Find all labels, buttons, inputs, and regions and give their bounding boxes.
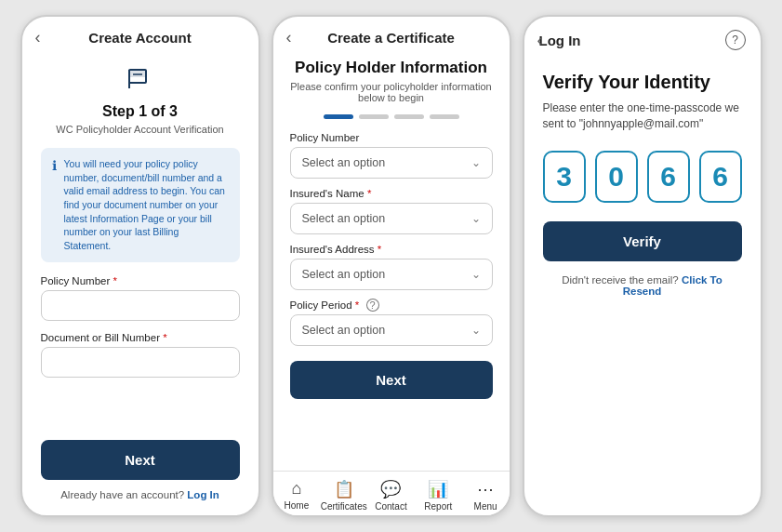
- chevron-down-icon-1: ⌄: [471, 156, 481, 169]
- required-star: *: [110, 275, 117, 286]
- dot-2: [359, 114, 389, 119]
- resend-text: Didn't receive the email? Click To Resen…: [543, 274, 742, 297]
- home-icon: ⌂: [291, 479, 301, 499]
- policy-period-label: Policy Period * ?: [290, 299, 493, 311]
- screen-verify-identity: ‹ Log In ? Verify Your Identity Please e…: [523, 15, 762, 517]
- back-button-screen3[interactable]: ‹: [537, 31, 543, 50]
- chevron-down-icon-2: ⌄: [471, 212, 481, 225]
- verify-title: Verify Your Identity: [543, 71, 742, 93]
- policy-number-placeholder: Select an option: [302, 156, 386, 169]
- nav-menu-label: Menu: [474, 501, 497, 512]
- otp-digit-3[interactable]: 6: [647, 151, 690, 203]
- back-button-screen2[interactable]: ‹: [286, 28, 292, 47]
- otp-digit-2[interactable]: 0: [595, 151, 638, 203]
- policy-period-dropdown[interactable]: Select an option ⌄: [290, 314, 493, 346]
- insured-address-dropdown[interactable]: Select an option ⌄: [290, 259, 493, 290]
- flag-icon-area: [41, 62, 240, 96]
- help-icon[interactable]: ?: [725, 30, 746, 50]
- nav-certificates[interactable]: 📋 Certificates: [320, 479, 367, 512]
- report-icon: 📊: [428, 479, 448, 499]
- policy-number-input[interactable]: [41, 290, 240, 321]
- nav-certificates-label: Certificates: [321, 501, 367, 512]
- next-button-screen1[interactable]: Next: [41, 440, 240, 480]
- already-account-text: Already have an account? Log In: [41, 489, 240, 500]
- screen3-title: Log In: [539, 33, 581, 48]
- progress-dots: [290, 114, 493, 119]
- dot-4: [430, 114, 459, 119]
- insured-name-dropdown[interactable]: Select an option ⌄: [290, 203, 493, 234]
- step-title: Step 1 of 3: [41, 103, 240, 120]
- screen2-body: Policy Holder Information Please confirm…: [273, 53, 510, 471]
- nav-report[interactable]: 📊 Report: [415, 479, 462, 512]
- otp-container: 3 0 6 6: [543, 151, 742, 203]
- required-star2: *: [160, 332, 167, 343]
- screen-create-certificate: ‹ Create a Certificate Policy Holder Inf…: [272, 15, 511, 517]
- document-input[interactable]: [41, 347, 240, 378]
- info-icon: ℹ: [52, 158, 57, 253]
- screen3-body: Verify Your Identity Please enter the on…: [524, 58, 761, 515]
- flag-icon: [124, 62, 157, 96]
- cert-main-title: Policy Holder Information: [290, 59, 493, 77]
- info-text: You will need your policy policy number,…: [64, 157, 229, 253]
- screen2-header: ‹ Create a Certificate: [273, 17, 510, 53]
- insured-name-placeholder: Select an option: [302, 212, 386, 225]
- cert-subtitle: Please confirm your policyholder informa…: [290, 81, 493, 103]
- otp-digit-4[interactable]: 6: [699, 151, 742, 203]
- otp-digit-1[interactable]: 3: [543, 151, 586, 203]
- nav-home-label: Home: [285, 500, 310, 511]
- nav-contact-label: Contact: [375, 501, 406, 512]
- chevron-down-icon-3: ⌄: [471, 268, 481, 281]
- next-button-screen2[interactable]: Next: [290, 361, 493, 399]
- nav-menu[interactable]: ⋯ Menu: [462, 479, 510, 512]
- policy-period-placeholder: Select an option: [302, 324, 386, 337]
- policy-number-label: Policy Number *: [41, 275, 240, 286]
- screen-create-account: ‹ Create Account Step 1 of 3 WC Policyho…: [20, 15, 260, 517]
- insured-name-label: Insured's Name *: [290, 188, 493, 199]
- insured-address-label: Insured's Address *: [290, 244, 493, 255]
- dot-3: [394, 114, 424, 119]
- chevron-down-icon-4: ⌄: [471, 324, 481, 337]
- dot-1: [324, 114, 353, 119]
- screen1-header: ‹ Create Account: [22, 17, 258, 53]
- policy-number-label-s2: Policy Number: [290, 132, 493, 143]
- login-link[interactable]: Log In: [187, 489, 219, 500]
- nav-home[interactable]: ⌂ Home: [273, 479, 321, 512]
- back-button-screen1[interactable]: ‹: [35, 28, 41, 47]
- bottom-nav: ⌂ Home 📋 Certificates 💬 Contact 📊 Report…: [273, 471, 510, 515]
- nav-report-label: Report: [424, 501, 452, 512]
- step-subtitle: WC Policyholder Account Verification: [41, 124, 240, 135]
- nav-contact[interactable]: 💬 Contact: [367, 479, 415, 512]
- menu-icon: ⋯: [477, 479, 494, 499]
- period-help-icon: ?: [366, 299, 379, 312]
- certificates-icon: 📋: [334, 479, 354, 499]
- screen3-header: ‹ Log In ?: [524, 17, 761, 58]
- policy-number-dropdown[interactable]: Select an option ⌄: [290, 147, 493, 179]
- contact-icon: 💬: [380, 479, 401, 499]
- screen1-body: Step 1 of 3 WC Policyholder Account Veri…: [22, 53, 258, 515]
- info-box: ℹ You will need your policy policy numbe…: [41, 148, 240, 262]
- screen1-title: Create Account: [88, 30, 191, 46]
- screen2-title: Create a Certificate: [327, 30, 455, 46]
- insured-address-placeholder: Select an option: [302, 268, 386, 281]
- verify-button[interactable]: Verify: [543, 221, 742, 261]
- document-label: Document or Bill Number *: [41, 332, 240, 343]
- verify-subtitle: Please enter the one-time-passcode we se…: [543, 100, 742, 132]
